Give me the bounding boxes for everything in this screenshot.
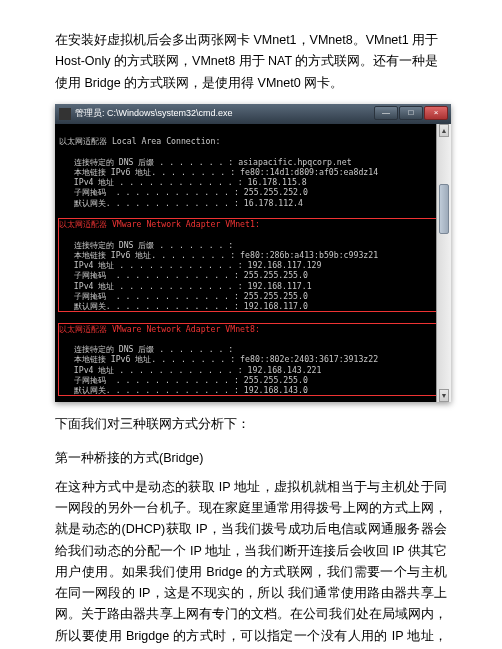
window-titlebar: 管理员: C:\Windows\system32\cmd.exe — □ × [55, 104, 451, 124]
config-line: IPv4 地址 . . . . . . . . . . . . : 16.178… [59, 177, 307, 187]
method1-heading: 第一种桥接的方式(Bridge) [55, 448, 447, 469]
adapter-heading-vmnet1: 以太网适配器 VMware Network Adapter VMnet1: [59, 219, 260, 229]
adapter-block-vmnet1: 以太网适配器 VMware Network Adapter VMnet1: 连接… [59, 219, 447, 311]
config-line: 子网掩码 . . . . . . . . . . . . : 255.255.2… [59, 270, 308, 280]
config-line: 本地链接 IPv6 地址. . . . . . . . : fe80::286b… [59, 250, 378, 260]
adapter-heading-lan: 以太网适配器 Local Area Connection: [59, 136, 220, 146]
config-line: 默认网关. . . . . . . . . . . . . : 192.168.… [59, 301, 308, 311]
config-line: 默认网关. . . . . . . . . . . . . : 16.178.1… [59, 198, 303, 208]
analysis-heading: 下面我们对三种联网方式分析下： [55, 414, 447, 435]
adapter-block-lan: 以太网适配器 Local Area Connection: 连接特定的 DNS … [59, 136, 447, 208]
config-line: 子网掩码 . . . . . . . . . . . . : 255.255.2… [59, 187, 308, 197]
intro-paragraph: 在安装好虚拟机后会多出两张网卡 VMnet1，VMnet8。VMnet1 用于 … [55, 30, 447, 94]
config-line: 连接特定的 DNS 后缀 . . . . . . . : asiapacific… [59, 157, 352, 167]
minimize-button[interactable]: — [374, 106, 398, 120]
scrollbar[interactable]: ▲ ▼ [436, 124, 451, 403]
config-line: 本地链接 IPv6 地址. . . . . . . . : fe80::802e… [59, 354, 378, 364]
config-line: 本地链接 IPv6 地址. . . . . . . . : fe80::14d1… [59, 167, 378, 177]
cmd-window: 管理员: C:\Windows\system32\cmd.exe — □ × 以… [55, 104, 451, 403]
scroll-down-icon[interactable]: ▼ [439, 389, 449, 402]
config-line: 连接特定的 DNS 后缀 . . . . . . . : [59, 240, 233, 250]
adapter-heading-vmnet8: 以太网适配器 VMware Network Adapter VMnet8: [59, 324, 260, 334]
adapter-block-vmnet8: 以太网适配器 VMware Network Adapter VMnet8: 连接… [59, 324, 447, 396]
terminal-content: 以太网适配器 Local Area Connection: 连接特定的 DNS … [55, 124, 451, 403]
config-line: 子网掩码 . . . . . . . . . . . . : 255.255.2… [59, 291, 308, 301]
window-title: 管理员: C:\Windows\system32\cmd.exe [75, 106, 233, 121]
scroll-thumb[interactable] [439, 184, 449, 234]
config-line: IPv4 地址 . . . . . . . . . . . . : 192.16… [59, 260, 321, 270]
cmd-icon [59, 108, 71, 120]
config-line: IPv4 地址 . . . . . . . . . . . . : 192.16… [59, 365, 321, 375]
config-line: 默认网关. . . . . . . . . . . . . : 192.168.… [59, 385, 308, 395]
config-line: 连接特定的 DNS 后缀 . . . . . . . : [59, 344, 233, 354]
config-line: 子网掩码 . . . . . . . . . . . . : 255.255.2… [59, 375, 308, 385]
close-button[interactable]: × [424, 106, 448, 120]
scroll-up-icon[interactable]: ▲ [439, 124, 449, 137]
maximize-button[interactable]: □ [399, 106, 423, 120]
config-line: IPv4 地址 . . . . . . . . . . . . : 192.16… [59, 281, 312, 291]
method1-body: 在这种方式中是动态的获取 IP 地址，虚拟机就相当于与主机处于同一网段的另外一台… [55, 477, 447, 649]
